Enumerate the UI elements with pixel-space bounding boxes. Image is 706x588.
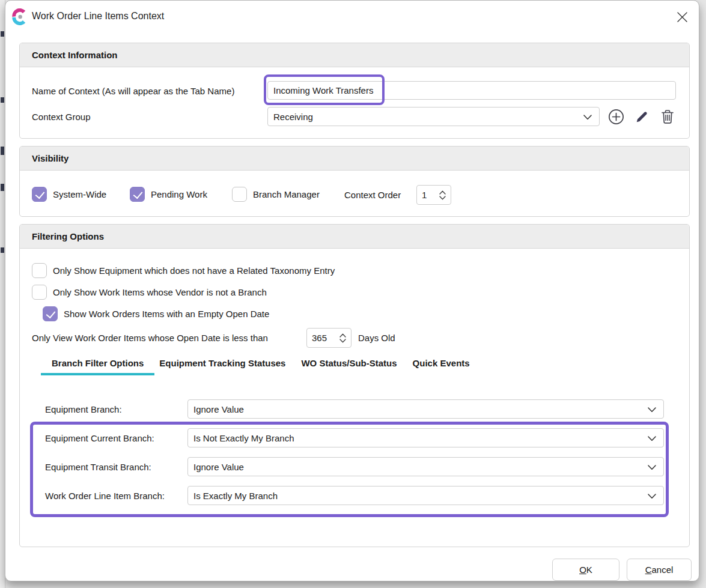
chevron-down-icon bbox=[648, 462, 656, 472]
equipment-branch-value: Ignore Value bbox=[193, 404, 648, 414]
days-old-value: 365 bbox=[312, 333, 339, 343]
equipment-branch-label: Equipment Branch: bbox=[45, 404, 122, 414]
context-group-value: Receiving bbox=[273, 112, 583, 122]
ok-button[interactable]: OK bbox=[552, 559, 619, 581]
show-empty-open-date-checkbox[interactable] bbox=[43, 306, 58, 321]
cancel-button[interactable]: Cancel bbox=[627, 559, 692, 581]
checkbox-row-pending-work: Pending Work bbox=[130, 187, 207, 202]
only-show-equipment-taxonomy-checkbox[interactable] bbox=[32, 263, 47, 278]
group-header-visibility: Visibility bbox=[20, 147, 689, 171]
equipment-current-branch-dropdown[interactable]: Is Not Exactly My Branch bbox=[187, 428, 664, 447]
group-filtering-options: Filtering Options Only Show Equipment wh… bbox=[19, 224, 690, 547]
work-order-line-item-branch-dropdown[interactable]: Is Exactly My Branch bbox=[187, 486, 664, 505]
background-fragment bbox=[1, 184, 4, 191]
equipment-branch-dropdown[interactable]: Ignore Value bbox=[187, 399, 664, 419]
equipment-transit-branch-value: Ignore Value bbox=[193, 462, 648, 472]
context-group-label: Context Group bbox=[32, 112, 91, 122]
tab-equipment-tracking-statuses[interactable]: Equipment Tracking Statuses bbox=[159, 358, 285, 375]
trash-icon bbox=[661, 109, 674, 124]
app-logo-icon bbox=[11, 8, 28, 25]
checkbox-row-vendor-branch: Only Show Work Items whose Vendor is not… bbox=[32, 285, 267, 300]
days-old-suffix-label: Days Old bbox=[358, 333, 395, 343]
name-of-context-input[interactable] bbox=[267, 81, 676, 100]
equipment-current-branch-value: Is Not Exactly My Branch bbox=[193, 433, 648, 443]
background-fragment bbox=[1, 147, 4, 155]
chevron-down-icon bbox=[648, 404, 656, 414]
checkbox-row-empty-open-date: Show Work Orders Items with an Empty Ope… bbox=[43, 306, 269, 321]
tab-wo-status-sub-status[interactable]: WO Status/Sub-Status bbox=[301, 358, 397, 375]
context-order-spinner[interactable]: 1 bbox=[416, 185, 451, 205]
equipment-transit-branch-label: Equipment Transit Branch: bbox=[45, 462, 151, 472]
only-show-work-items-vendor-label: Only Show Work Items whose Vendor is not… bbox=[53, 287, 267, 297]
chevron-down-icon bbox=[648, 433, 656, 443]
chevron-down-icon bbox=[648, 491, 656, 501]
plus-circle-icon bbox=[608, 109, 624, 125]
spinner-up-down-icon[interactable] bbox=[439, 190, 446, 200]
name-of-context-label: Name of Context (As will appear as the T… bbox=[32, 86, 234, 96]
system-wide-checkbox[interactable] bbox=[32, 187, 47, 202]
cancel-button-label: Cancel bbox=[627, 565, 691, 575]
branch-manager-checkbox[interactable] bbox=[232, 187, 247, 202]
ok-button-label: OK bbox=[553, 565, 619, 575]
group-context-information: Context Information Name of Context (As … bbox=[19, 43, 690, 139]
close-icon[interactable] bbox=[674, 8, 690, 25]
background-fragment bbox=[1, 31, 4, 37]
pencil-icon bbox=[635, 110, 649, 124]
work-order-line-item-branch-value: Is Exactly My Branch bbox=[193, 491, 648, 501]
title-bar: Work Order Line Items Context bbox=[5, 1, 699, 35]
context-order-value: 1 bbox=[422, 190, 439, 200]
tab-branch-filter-options[interactable]: Branch Filter Options bbox=[41, 358, 154, 375]
checkbox-row-branch-manager: Branch Manager bbox=[232, 187, 320, 202]
open-date-filter-label: Only View Work Order Items whose Open Da… bbox=[32, 333, 268, 343]
add-context-group-button[interactable] bbox=[607, 108, 625, 126]
group-visibility: Visibility System-Wide Pending Work Bran… bbox=[19, 146, 690, 217]
edit-context-group-button[interactable] bbox=[633, 108, 651, 126]
chevron-down-icon bbox=[583, 112, 592, 122]
work-order-line-item-branch-label: Work Order Line Item Branch: bbox=[45, 491, 165, 501]
pending-work-label: Pending Work bbox=[151, 189, 207, 199]
system-wide-label: System-Wide bbox=[53, 189, 106, 199]
show-empty-open-date-label: Show Work Orders Items with an Empty Ope… bbox=[64, 309, 269, 319]
context-group-dropdown[interactable]: Receiving bbox=[267, 107, 600, 126]
equipment-transit-branch-dropdown[interactable]: Ignore Value bbox=[187, 457, 664, 476]
tab-quick-events[interactable]: Quick Events bbox=[413, 358, 470, 375]
equipment-current-branch-label: Equipment Current Branch: bbox=[45, 433, 154, 443]
checkbox-row-taxonomy: Only Show Equipment which does not have … bbox=[32, 263, 335, 278]
only-show-equipment-taxonomy-label: Only Show Equipment which does not have … bbox=[53, 265, 335, 276]
window-title: Work Order Line Items Context bbox=[32, 11, 164, 22]
delete-context-group-button[interactable] bbox=[659, 108, 677, 126]
group-header-filtering-options: Filtering Options bbox=[20, 225, 689, 249]
spinner-up-down-icon[interactable] bbox=[339, 333, 346, 343]
group-header-context-information: Context Information bbox=[20, 43, 689, 67]
dialog-work-order-line-items-context: Work Order Line Items Context Context In… bbox=[5, 0, 699, 581]
background-fragment bbox=[1, 247, 4, 253]
checkbox-row-system-wide: System-Wide bbox=[32, 187, 106, 202]
only-show-work-items-vendor-checkbox[interactable] bbox=[32, 285, 47, 300]
context-order-label: Context Order bbox=[344, 190, 401, 200]
pending-work-checkbox[interactable] bbox=[130, 187, 145, 202]
background-fragment bbox=[1, 97, 4, 103]
days-old-spinner[interactable]: 365 bbox=[306, 328, 351, 348]
filter-tab-bar: Branch Filter Options Equipment Tracking… bbox=[52, 358, 470, 375]
branch-manager-label: Branch Manager bbox=[253, 189, 320, 199]
